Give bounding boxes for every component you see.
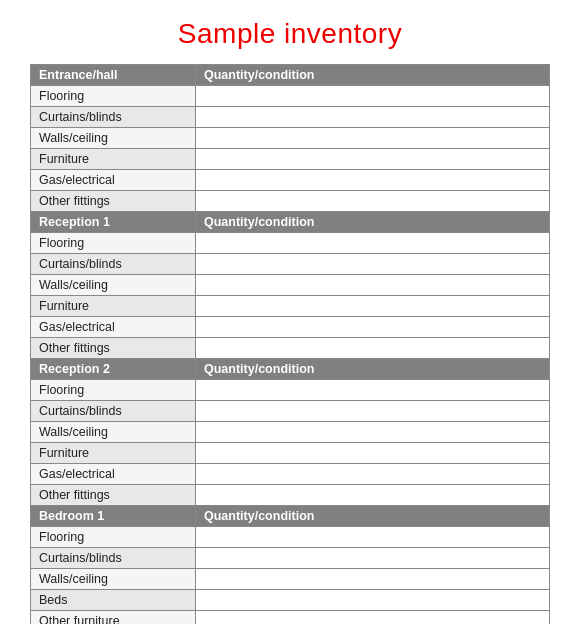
- row-value[interactable]: [196, 296, 550, 317]
- row-label: Gas/electrical: [31, 464, 196, 485]
- row-label: Other fittings: [31, 485, 196, 506]
- table-row: Flooring: [31, 380, 550, 401]
- row-value[interactable]: [196, 128, 550, 149]
- row-value[interactable]: [196, 464, 550, 485]
- row-label: Curtains/blinds: [31, 254, 196, 275]
- row-label: Other fittings: [31, 338, 196, 359]
- quantity-condition-header-bedroom-1: Quantity/condition: [196, 506, 550, 527]
- row-value[interactable]: [196, 107, 550, 128]
- row-label: Other furniture: [31, 611, 196, 625]
- row-value[interactable]: [196, 527, 550, 548]
- row-value[interactable]: [196, 590, 550, 611]
- row-label: Gas/electrical: [31, 317, 196, 338]
- section-header-reception-1: Reception 1Quantity/condition: [31, 212, 550, 233]
- row-value[interactable]: [196, 422, 550, 443]
- row-value[interactable]: [196, 191, 550, 212]
- table-row: Curtains/blinds: [31, 107, 550, 128]
- table-row: Flooring: [31, 233, 550, 254]
- row-value[interactable]: [196, 548, 550, 569]
- row-label: Flooring: [31, 380, 196, 401]
- section-header-bedroom-1: Bedroom 1Quantity/condition: [31, 506, 550, 527]
- row-label: Walls/ceiling: [31, 128, 196, 149]
- quantity-condition-header-reception-2: Quantity/condition: [196, 359, 550, 380]
- row-value[interactable]: [196, 611, 550, 625]
- row-value[interactable]: [196, 170, 550, 191]
- row-label: Flooring: [31, 233, 196, 254]
- row-value[interactable]: [196, 233, 550, 254]
- section-header-reception-2: Reception 2Quantity/condition: [31, 359, 550, 380]
- row-label: Walls/ceiling: [31, 422, 196, 443]
- row-value[interactable]: [196, 317, 550, 338]
- row-value[interactable]: [196, 380, 550, 401]
- table-row: Walls/ceiling: [31, 275, 550, 296]
- table-row: Other fittings: [31, 191, 550, 212]
- table-row: Curtains/blinds: [31, 254, 550, 275]
- row-label: Other fittings: [31, 191, 196, 212]
- row-value[interactable]: [196, 275, 550, 296]
- row-label: Walls/ceiling: [31, 569, 196, 590]
- row-label: Walls/ceiling: [31, 275, 196, 296]
- row-value[interactable]: [196, 149, 550, 170]
- table-row: Gas/electrical: [31, 317, 550, 338]
- table-row: Gas/electrical: [31, 170, 550, 191]
- row-value[interactable]: [196, 338, 550, 359]
- section-header-label-entrance-hall: Entrance/hall: [31, 65, 196, 86]
- table-row: Curtains/blinds: [31, 401, 550, 422]
- quantity-condition-header-entrance-hall: Quantity/condition: [196, 65, 550, 86]
- row-label: Flooring: [31, 527, 196, 548]
- table-row: Other fittings: [31, 485, 550, 506]
- row-label: Furniture: [31, 443, 196, 464]
- table-row: Other fittings: [31, 338, 550, 359]
- table-row: Beds: [31, 590, 550, 611]
- row-label: Curtains/blinds: [31, 401, 196, 422]
- row-value[interactable]: [196, 485, 550, 506]
- table-row: Curtains/blinds: [31, 548, 550, 569]
- row-value[interactable]: [196, 254, 550, 275]
- row-value[interactable]: [196, 443, 550, 464]
- row-label: Beds: [31, 590, 196, 611]
- row-value[interactable]: [196, 401, 550, 422]
- table-row: Walls/ceiling: [31, 128, 550, 149]
- quantity-condition-header-reception-1: Quantity/condition: [196, 212, 550, 233]
- row-label: Curtains/blinds: [31, 548, 196, 569]
- table-row: Flooring: [31, 86, 550, 107]
- table-row: Furniture: [31, 296, 550, 317]
- section-header-label-bedroom-1: Bedroom 1: [31, 506, 196, 527]
- table-row: Other furniture: [31, 611, 550, 625]
- row-label: Curtains/blinds: [31, 107, 196, 128]
- section-header-entrance-hall: Entrance/hallQuantity/condition: [31, 65, 550, 86]
- table-row: Walls/ceiling: [31, 422, 550, 443]
- table-row: Furniture: [31, 149, 550, 170]
- row-label: Flooring: [31, 86, 196, 107]
- row-value[interactable]: [196, 86, 550, 107]
- row-label: Furniture: [31, 149, 196, 170]
- inventory-table: Entrance/hallQuantity/conditionFlooringC…: [30, 64, 550, 624]
- row-label: Gas/electrical: [31, 170, 196, 191]
- page-title: Sample inventory: [30, 18, 550, 50]
- table-row: Furniture: [31, 443, 550, 464]
- row-value[interactable]: [196, 569, 550, 590]
- section-header-label-reception-1: Reception 1: [31, 212, 196, 233]
- section-header-label-reception-2: Reception 2: [31, 359, 196, 380]
- table-row: Flooring: [31, 527, 550, 548]
- table-row: Gas/electrical: [31, 464, 550, 485]
- table-row: Walls/ceiling: [31, 569, 550, 590]
- row-label: Furniture: [31, 296, 196, 317]
